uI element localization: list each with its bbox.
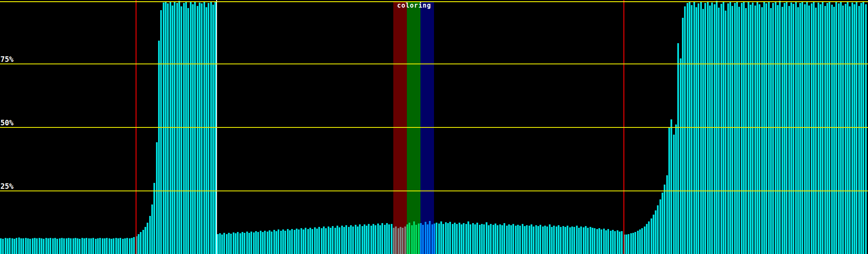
utilization-histogram-chart: coloring 75%50%25% [0, 0, 868, 254]
divider-white [216, 0, 217, 254]
vertical-markers [0, 0, 868, 254]
marker-red-left [136, 0, 136, 254]
marker-red-right [623, 0, 624, 254]
